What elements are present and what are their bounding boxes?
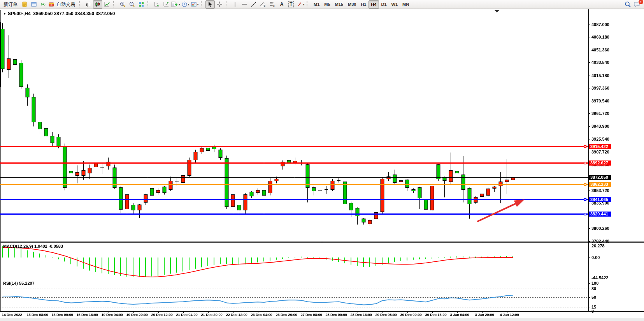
price-axis-tick-label: 3782.440 [591,239,609,243]
time-axis-label: 15 Dec 08:00 [27,312,48,317]
timeframe-button-m5[interactable]: M5 [322,0,332,9]
signals-icon[interactable] [39,0,48,9]
auto-trading-label: 自动交易 [54,1,77,8]
crosshair-icon[interactable] [215,0,224,9]
template-icon[interactable]: ▾ [190,0,199,9]
time-axis-label: 30 Dec 16:00 [425,312,447,317]
charts-stack-icon[interactable] [20,0,29,9]
time-axis-label: 27 Dec 08:00 [301,312,322,317]
text-label-tool-icon[interactable]: T [286,0,296,9]
equidistant-channel-icon[interactable]: E [258,0,268,9]
dropdown-caret-icon: ▾ [179,3,180,6]
text-tool-icon[interactable]: A [277,0,286,9]
hline-price-label: 3862.233 [589,182,611,187]
add-indicator-icon[interactable]: ▾ [171,0,181,9]
timeframe-button-h1[interactable]: H1 [358,0,369,9]
auto-scroll-icon[interactable] [152,0,161,9]
chart-canvas[interactable] [0,0,644,321]
rsi-scale-label: 0 [591,309,594,314]
timeframe-button-w1[interactable]: W1 [389,0,400,9]
window-bottom-edge [0,318,644,321]
insert-group: ▾ ▾ ▾ [171,0,199,9]
rsi-scale-label: 100 [591,281,598,286]
price-axis-tick-label: 3800.260 [591,226,609,231]
price-axis-tick-label: 4087.000 [591,22,609,27]
main-toolbar: 新订单 自动交易 ▾ ▾ ▾ [0,0,644,9]
auto-trading-button[interactable]: 自动交易 [48,0,77,9]
bar-chart-icon[interactable] [84,0,93,9]
macd-scale-label: 0.00 [591,255,600,260]
time-axis-label: 3 Jan 04:00 [450,312,469,317]
toolbar-separator [147,1,151,7]
timeframe-group: M1M5M15M30H1H4D1W1MN [311,0,411,9]
time-axis-label: 16 Dec 00:00 [52,312,73,317]
price-axis-tick-label: 4051.360 [591,48,609,52]
macd-label: MACD(12,26,9) 1.9402 -0.0583 [3,244,63,249]
timeframe-button-m15[interactable]: M15 [333,0,346,9]
trading-app-window: 新订单 自动交易 ▾ ▾ ▾ [0,0,644,321]
macd-scale-label: 26.278 [591,243,605,248]
macd-scale-label: -44.5422 [591,275,608,280]
timeframe-button-h4[interactable]: H4 [369,0,379,9]
toolbar-separator [79,1,82,7]
trade-group: 新订单 自动交易 [1,0,77,9]
price-axis-tick-label: 4033.540 [591,60,609,65]
pointer-group [205,0,224,9]
price-axis-tick-label: 3907.720 [591,150,609,154]
market-window-icon[interactable] [29,0,39,9]
toolbar-separator [201,1,204,7]
horizontal-line-icon[interactable] [240,0,249,9]
rsi-scale-label: 80 [591,286,596,291]
price-axis-tick-label: 3943.900 [591,124,609,129]
symbol-period: SP500-,H4 [8,11,31,16]
zoom-out-icon[interactable] [127,0,137,9]
chart-type-group [84,0,112,9]
rsi-label: RSI(14) 55.2207 [3,281,35,286]
hline-price-label: 3915.422 [589,144,611,149]
timeframe-button-mn[interactable]: MN [400,0,411,9]
price-axis-tick-label: 3961.720 [591,111,609,116]
time-axis-label: 21 Dec 20:00 [201,312,223,317]
time-axis-label: 28 Dec 16:00 [351,312,372,317]
cursor-icon[interactable] [205,0,215,9]
chart-shift-icon[interactable] [161,0,171,9]
new-order-button[interactable]: 新订单 [1,0,20,9]
timeframe-button-m1[interactable]: M1 [311,0,322,9]
time-axis-label: 20 Dec 12:00 [151,312,173,317]
symbol-title[interactable]: ▼SP500-,H4 3869.050 3877.350 3848.350 38… [3,11,115,16]
time-axis-label: 23 Dec 04:00 [251,312,272,317]
community-chat-button[interactable]: 1 [632,0,642,9]
time-axis-label: 30 Dec 00:00 [400,312,422,317]
fibonacci-icon[interactable]: F [268,0,277,9]
time-axis-label: 21 Dec 04:00 [176,312,198,317]
svg-text:F: F [273,5,275,7]
search-icon[interactable] [623,0,632,9]
zoom-in-icon[interactable] [118,0,127,9]
new-order-label: 新订单 [2,1,19,8]
candlestick-chart-icon[interactable] [93,0,102,9]
time-axis-label: 19 Dec 20:00 [126,312,148,317]
vertical-line-icon[interactable] [230,0,240,9]
dropdown-caret-icon: ▾ [188,3,190,6]
price-axis-tick-label: 3925.540 [591,137,609,141]
timeframe-button-d1[interactable]: D1 [379,0,389,9]
zoom-group [118,0,146,9]
time-axis-label: 4 Jan 12:00 [500,312,519,317]
price-axis-tick-label: 3979.540 [591,99,609,103]
hline-price-label: 3820.441 [589,212,611,217]
auto-trading-icon [48,1,54,7]
tile-windows-icon[interactable] [137,0,146,9]
rsi-scale-label: 50 [591,295,596,300]
symbol-dropdown-icon: ▼ [3,12,6,16]
current-price-label: 3872.050 [589,175,611,180]
timeframe-button-m30[interactable]: M30 [346,0,358,9]
period-clock-icon[interactable]: ▾ [181,0,190,9]
toolbar-separator [226,1,229,7]
arrows-tool-icon[interactable]: ▾ [296,0,305,9]
time-axis-label: 29 Dec 08:00 [376,312,397,317]
notification-badge: 1 [638,0,644,5]
line-chart-icon[interactable] [102,0,112,9]
drawing-tools-group: E F A T ▾ [230,0,305,9]
svg-text:E: E [264,5,265,7]
trendline-icon[interactable] [249,0,258,9]
